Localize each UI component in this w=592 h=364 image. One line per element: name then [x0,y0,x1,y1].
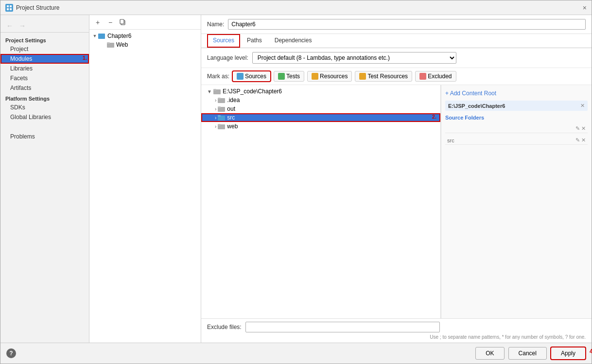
content-root-path: E:\JSP_code\Chapter6 [448,103,505,109]
edit-source-icon[interactable]: ✎ [575,125,580,132]
remove-module-button[interactable]: − [105,17,116,28]
forward-button[interactable]: → [17,21,28,31]
mark-as-label: Mark as: [207,73,229,80]
svg-rect-9 [213,89,216,90]
mark-excluded-label: Excluded [428,73,452,80]
sidebar-item-facets[interactable]: Facets [0,73,89,83]
src-folder-actions: ✎ ✕ [575,137,586,143]
module-tree: ▼ Chapter6 Web [89,30,201,343]
exclude-files-label: Exclude files: [207,324,242,330]
file-tree-area: ▼ E:\JSP_code\Chapter6 › .idea › [201,85,441,318]
tree-root-chapter6[interactable]: ▼ Chapter6 [89,32,201,40]
exclude-hint: Use ; to separate name patterns, * for a… [207,334,586,340]
footer-right: OK Cancel Apply 4. [475,347,586,360]
module-tree-panel: + − ▼ Chapter6 [89,15,201,343]
svg-rect-5 [120,19,124,24]
edit-src-icon[interactable]: ✎ [575,137,580,143]
mark-resources-label: Resources [320,73,348,80]
name-row: Name: [201,15,592,34]
annotation-2: 2. [432,114,436,120]
folder-icon-web [107,41,115,48]
copy-module-button[interactable] [118,17,128,28]
add-content-root-button[interactable]: + Add Content Root [445,89,588,98]
file-tree-out[interactable]: › out [201,104,440,113]
svg-rect-2 [7,8,9,10]
source-folder-actions: ✎ ✕ [575,125,586,132]
exclude-row: Exclude files: [207,322,586,332]
sources-panel-body: Language level: Project default (8 - Lam… [201,48,592,343]
source-folders-label: Source Folders [445,114,588,121]
sidebar-item-artifacts[interactable]: Artifacts [0,83,89,93]
language-level-label: Language level: [207,54,248,61]
mark-sources-button[interactable]: Sources [232,71,271,82]
exclude-area: Exclude files: Use ; to separate name pa… [201,318,592,343]
ok-button[interactable]: OK [475,347,504,360]
apply-button[interactable]: Apply [551,347,586,360]
remove-src-icon[interactable]: ✕ [581,137,586,143]
sidebar-item-problems[interactable]: Problems [0,132,89,141]
remove-content-root-icon[interactable]: ✕ [580,103,585,109]
sidebar-nav: ← → [0,19,89,33]
svg-rect-15 [218,115,221,117]
resources-icon [312,73,318,80]
sidebar-item-sdks[interactable]: SDKs [0,103,89,112]
sidebar-item-project[interactable]: Project [0,44,89,54]
svg-rect-7 [107,42,110,44]
mark-resources-button[interactable]: Resources [307,71,352,82]
split-area: ▼ E:\JSP_code\Chapter6 › .idea › [201,85,592,318]
name-input[interactable] [228,19,586,30]
exclude-input[interactable] [245,322,440,332]
close-button[interactable]: × [583,4,587,11]
source-info-panel: + Add Content Root E:\JSP_code\Chapter6 … [441,85,592,318]
tab-paths[interactable]: Paths [241,34,268,48]
mark-sources-label: Sources [245,73,266,80]
add-content-root-label: + Add Content Root [445,90,496,97]
sidebar-item-libraries[interactable]: Libraries [0,64,89,73]
cancel-button[interactable]: Cancel [508,347,547,360]
main-content: ← → Project Settings Project Modules 1. … [0,15,592,343]
tree-web[interactable]: Web [89,40,201,49]
file-tree-web[interactable]: › web [201,122,440,131]
dialog-title: Project Structure [16,4,59,11]
sources-icon [237,73,244,80]
tab-dependencies[interactable]: Dependencies [269,34,318,48]
content-root-item: E:\JSP_code\Chapter6 ✕ [445,101,588,111]
svg-rect-3 [10,8,12,10]
tests-icon [278,73,285,80]
dialog-icon [5,4,13,12]
mark-tests-button[interactable]: Tests [274,71,304,82]
tabs-row: Sources Paths Dependencies [201,34,592,48]
source-folder-src: src ✎ ✕ [445,136,588,145]
source-folder-empty: ✎ ✕ [445,124,588,133]
tree-toolbar: + − [89,15,201,30]
tab-sources[interactable]: Sources [207,34,240,48]
src-entry: src [447,138,454,143]
mark-test-resources-button[interactable]: Test Resources [355,71,412,82]
back-button[interactable]: ← [4,21,15,31]
platform-settings-label: Platform Settings [0,93,89,103]
svg-rect-11 [218,98,221,99]
file-tree-root[interactable]: ▼ E:\JSP_code\Chapter6 [201,87,440,96]
dialog-footer: ? OK Cancel Apply 4. [0,343,592,364]
title-bar: Project Structure × [0,0,592,15]
file-tree-src[interactable]: › src 2. [201,113,440,122]
mark-as-row: Mark as: Sources Tests Resources [201,68,592,85]
sidebar-item-global-libraries[interactable]: Global Libraries [0,112,89,122]
language-level-row: Language level: Project default (8 - Lam… [201,48,592,68]
project-settings-label: Project Settings [0,35,89,44]
mark-excluded-button[interactable]: Excluded [415,71,456,82]
sidebar-item-modules[interactable]: Modules 1. [0,54,89,64]
svg-rect-0 [7,5,9,7]
svg-rect-13 [218,106,221,108]
tree-expand-chapter6[interactable]: ▼ [91,33,98,39]
svg-rect-17 [218,124,221,125]
excluded-icon [419,73,426,80]
svg-rect-1 [10,5,12,7]
help-button[interactable]: ? [6,348,16,358]
mark-test-resources-label: Test Resources [367,73,408,80]
file-tree-idea[interactable]: › .idea [201,96,440,104]
add-module-button[interactable]: + [92,17,103,28]
language-level-select[interactable]: Project default (8 - Lambdas, type annot… [252,52,456,64]
remove-source-icon[interactable]: ✕ [581,125,586,132]
name-label: Name: [207,21,224,28]
